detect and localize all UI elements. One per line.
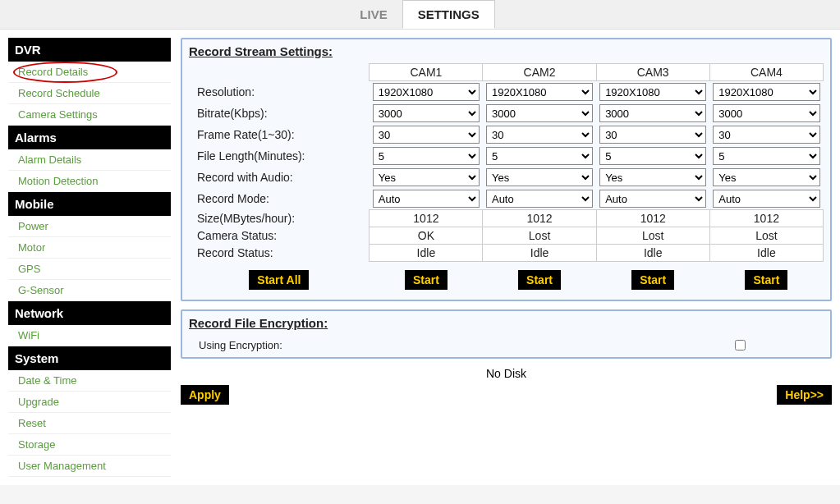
- row-framerate-label: Frame Rate(1~30):: [189, 124, 370, 145]
- sidebar: DVR Record Details Record Schedule Camer…: [8, 38, 171, 477]
- framerate-select-cam3[interactable]: 30: [599, 126, 706, 144]
- framerate-select-cam2[interactable]: 30: [486, 126, 593, 144]
- size-cam1: 1012: [370, 210, 483, 227]
- col-cam1: CAM1: [370, 64, 483, 81]
- bitrate-select-cam1[interactable]: 3000: [373, 104, 480, 122]
- recstatus-cam2: Idle: [483, 245, 596, 262]
- using-encryption-label: Using Encryption:: [190, 337, 656, 354]
- sidebar-header-system: System: [8, 346, 171, 370]
- col-cam4: CAM4: [709, 64, 823, 81]
- sidebar-item-record-schedule[interactable]: Record Schedule: [8, 83, 171, 104]
- size-cam4: 1012: [709, 210, 823, 227]
- sidebar-item-wifi[interactable]: WiFi: [8, 325, 171, 346]
- resolution-select-cam3[interactable]: 1920X1080: [599, 83, 706, 101]
- tab-settings[interactable]: SETTINGS: [402, 0, 495, 29]
- row-resolution-label: Resolution:: [189, 81, 370, 103]
- audio-select-cam2[interactable]: Yes: [486, 168, 593, 186]
- recstatus-cam1: Idle: [370, 245, 483, 262]
- record-stream-panel: Record Stream Settings: CAM1 CAM2 CAM3 C…: [181, 38, 832, 301]
- sidebar-header-dvr: DVR: [8, 38, 171, 62]
- sidebar-item-power[interactable]: Power: [8, 216, 171, 237]
- tab-live[interactable]: LIVE: [345, 1, 402, 28]
- bitrate-select-cam3[interactable]: 3000: [599, 104, 706, 122]
- sidebar-item-alarm-details[interactable]: Alarm Details: [8, 149, 171, 171]
- sidebar-header-mobile: Mobile: [8, 192, 171, 216]
- framerate-select-cam4[interactable]: 30: [713, 126, 819, 144]
- using-encryption-checkbox[interactable]: [735, 340, 746, 351]
- sidebar-item-user-management[interactable]: User Management: [8, 456, 171, 477]
- camstatus-cam1: OK: [370, 227, 483, 245]
- start-button-cam3[interactable]: Start: [631, 270, 674, 290]
- apply-button[interactable]: Apply: [181, 385, 229, 405]
- mode-select-cam3[interactable]: Auto: [599, 190, 706, 208]
- resolution-select-cam4[interactable]: 1920X1080: [713, 83, 819, 101]
- sidebar-item-reset[interactable]: Reset: [8, 413, 171, 434]
- resolution-select-cam1[interactable]: 1920X1080: [373, 83, 480, 101]
- start-all-button[interactable]: Start All: [249, 270, 309, 290]
- size-cam2: 1012: [483, 210, 596, 227]
- sidebar-item-motion-detection[interactable]: Motion Detection: [8, 171, 171, 192]
- sidebar-item-record-details[interactable]: Record Details: [8, 62, 171, 83]
- help-button[interactable]: Help>>: [777, 385, 832, 405]
- encryption-panel: Record File Encryption: Using Encryption…: [181, 309, 832, 359]
- top-tabs: LIVE SETTINGS: [0, 0, 840, 30]
- size-cam3: 1012: [596, 210, 709, 227]
- framerate-select-cam1[interactable]: 30: [373, 126, 480, 144]
- camstatus-cam3: Lost: [596, 227, 709, 245]
- main-content: Record Stream Settings: CAM1 CAM2 CAM3 C…: [181, 38, 832, 477]
- sidebar-item-upgrade[interactable]: Upgrade: [8, 392, 171, 413]
- mode-select-cam1[interactable]: Auto: [373, 190, 480, 208]
- bitrate-select-cam4[interactable]: 3000: [713, 104, 819, 122]
- start-button-cam1[interactable]: Start: [405, 270, 448, 290]
- row-camstatus-label: Camera Status:: [189, 227, 370, 245]
- audio-select-cam3[interactable]: Yes: [599, 168, 706, 186]
- sidebar-item-gps[interactable]: GPS: [8, 259, 171, 280]
- row-audio-label: Record with Audio:: [189, 167, 370, 188]
- sidebar-header-network: Network: [8, 301, 171, 325]
- row-size-label: Size(MBytes/hour):: [189, 210, 370, 227]
- row-bitrate-label: Bitrate(Kbps):: [189, 103, 370, 124]
- start-button-cam4[interactable]: Start: [745, 270, 787, 290]
- no-disk-label: No Disk: [181, 367, 832, 380]
- col-cam2: CAM2: [483, 64, 596, 81]
- sidebar-item-gsensor[interactable]: G-Sensor: [8, 280, 171, 301]
- col-cam3: CAM3: [596, 64, 709, 81]
- sidebar-item-datetime[interactable]: Date & Time: [8, 370, 171, 392]
- start-button-cam2[interactable]: Start: [518, 270, 561, 290]
- row-filelen-label: File Length(Minutes):: [189, 145, 370, 167]
- row-recstatus-label: Record Status:: [189, 245, 370, 262]
- resolution-select-cam2[interactable]: 1920X1080: [486, 83, 593, 101]
- encryption-title: Record File Encryption:: [189, 316, 824, 330]
- camstatus-cam2: Lost: [483, 227, 596, 245]
- audio-select-cam4[interactable]: Yes: [713, 168, 819, 186]
- sidebar-item-camera-settings[interactable]: Camera Settings: [8, 104, 171, 126]
- recstatus-cam4: Idle: [709, 245, 823, 262]
- filelen-select-cam2[interactable]: 5: [486, 147, 593, 165]
- filelen-select-cam1[interactable]: 5: [373, 147, 480, 165]
- mode-select-cam2[interactable]: Auto: [486, 190, 593, 208]
- recstatus-cam3: Idle: [596, 245, 709, 262]
- mode-select-cam4[interactable]: Auto: [713, 190, 819, 208]
- audio-select-cam1[interactable]: Yes: [373, 168, 480, 186]
- filelen-select-cam4[interactable]: 5: [713, 147, 819, 165]
- sidebar-item-motor[interactable]: Motor: [8, 237, 171, 259]
- camstatus-cam4: Lost: [709, 227, 823, 245]
- filelen-select-cam3[interactable]: 5: [599, 147, 706, 165]
- record-stream-table: CAM1 CAM2 CAM3 CAM4 Resolution: 1920X108…: [189, 63, 824, 298]
- bitrate-select-cam2[interactable]: 3000: [486, 104, 593, 122]
- record-stream-title: Record Stream Settings:: [189, 44, 824, 58]
- sidebar-item-storage[interactable]: Storage: [8, 434, 171, 456]
- row-mode-label: Record Mode:: [189, 188, 370, 210]
- sidebar-header-alarms: Alarms: [8, 126, 171, 149]
